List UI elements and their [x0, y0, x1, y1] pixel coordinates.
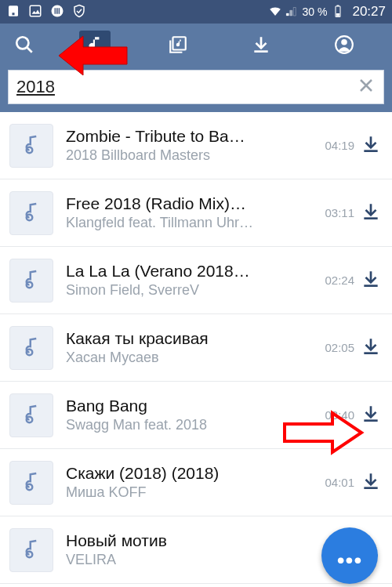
- track-row[interactable]: La La La (Verano 2018… Simon Field, Sver…: [0, 247, 392, 314]
- track-row[interactable]: Какая ты красивая Хасан Мусаев 02:05: [0, 314, 392, 382]
- search-tab[interactable]: [6, 24, 53, 69]
- svg-point-18: [341, 39, 347, 45]
- track-row[interactable]: Bang Bang Swagg Man feat. 2018 03:40: [0, 382, 392, 449]
- tab-library[interactable]: [136, 24, 220, 69]
- music-note-icon: [20, 132, 43, 159]
- download-button[interactable]: [354, 269, 387, 292]
- track-info: Какая ты красивая Хасан Мусаев: [53, 328, 318, 368]
- image-icon: [28, 4, 42, 20]
- track-artist: Миша KOFF: [66, 484, 310, 502]
- library-music-icon: [168, 34, 188, 58]
- download-icon: [361, 336, 381, 360]
- download-icon: [361, 201, 381, 225]
- track-title: Bang Bang: [66, 395, 310, 416]
- svg-point-12: [16, 37, 28, 49]
- search-icon: [14, 34, 34, 58]
- music-note-icon: [20, 267, 43, 294]
- track-artist: Simon Field, SverreV: [66, 281, 310, 299]
- track-thumb: [9, 528, 53, 572]
- track-info: Скажи (2018) (2018) Миша KOFF: [53, 462, 318, 502]
- search-box[interactable]: [8, 70, 384, 104]
- toolbar: [0, 24, 392, 69]
- download-button[interactable]: [354, 336, 387, 360]
- track-title: Скажи (2018) (2018): [66, 462, 310, 484]
- track-thumb: [9, 259, 53, 303]
- track-artist: VELIRA: [66, 551, 310, 569]
- profile-icon: [334, 34, 354, 58]
- download-button[interactable]: [354, 404, 387, 427]
- music-note-icon: [20, 200, 43, 226]
- track-title: Zombie - Tribute to Ba…: [66, 125, 310, 147]
- download-icon: [361, 269, 381, 292]
- download-button[interactable]: [354, 471, 387, 495]
- track-info: La La La (Verano 2018… Simon Field, Sver…: [53, 260, 318, 300]
- music-note-icon: [20, 469, 43, 496]
- track-duration: 04:19: [318, 139, 354, 152]
- notification-icon: [6, 4, 20, 20]
- signal-icon: [285, 4, 299, 20]
- download-button[interactable]: [354, 134, 387, 158]
- track-info: Новый мотив VELIRA: [53, 530, 318, 570]
- track-artist: 2018 Billboard Masters: [66, 147, 310, 165]
- svg-point-4: [52, 5, 64, 16]
- svg-rect-11: [336, 13, 340, 16]
- tab-downloads[interactable]: [220, 24, 303, 69]
- search-row: [0, 69, 392, 112]
- track-thumb: [9, 191, 53, 235]
- track-info: Zombie - Tribute to Ba… 2018 Billboard M…: [53, 125, 318, 165]
- track-duration: 02:24: [318, 274, 354, 287]
- track-row[interactable]: Free 2018 (Radio Mix)… Klangfeld feat. T…: [0, 179, 392, 247]
- track-info: Bang Bang Swagg Man feat. 2018: [53, 395, 318, 435]
- track-duration: 04:01: [318, 476, 354, 489]
- tab-music[interactable]: [53, 24, 136, 69]
- fab-more[interactable]: •••: [321, 527, 378, 584]
- download-button[interactable]: [354, 201, 387, 225]
- track-duration: 03:11: [318, 206, 354, 219]
- track-title: La La La (Verano 2018…: [66, 260, 310, 281]
- shield-icon: [72, 4, 86, 20]
- track-artist: Swagg Man feat. 2018: [66, 416, 310, 434]
- music-note-icon: [20, 537, 43, 563]
- track-thumb: [9, 124, 53, 168]
- clock: 20:27: [352, 4, 386, 20]
- track-row[interactable]: Скажи (2018) (2018) Миша KOFF 04:01: [0, 449, 392, 516]
- track-artist: Хасан Мусаев: [66, 349, 310, 367]
- download-icon: [361, 134, 381, 158]
- music-note-icon: [85, 34, 105, 58]
- download-icon: [361, 471, 381, 495]
- close-icon: [357, 84, 376, 97]
- track-duration: 03:40: [318, 408, 354, 422]
- svg-marker-3: [32, 9, 41, 13]
- track-title: Free 2018 (Radio Mix)…: [66, 193, 310, 214]
- track-thumb: [9, 326, 53, 370]
- track-thumb: [9, 393, 53, 437]
- search-input[interactable]: [16, 77, 357, 97]
- track-duration: 02:05: [318, 341, 354, 354]
- barcode-icon: [50, 4, 64, 20]
- track-title: Новый мотив: [66, 530, 310, 551]
- track-thumb: [9, 461, 53, 505]
- download-icon: [361, 404, 381, 427]
- track-row[interactable]: Zombie - Tribute to Ba… 2018 Billboard M…: [0, 112, 392, 179]
- track-title: Какая ты красивая: [66, 328, 310, 349]
- svg-rect-2: [30, 5, 41, 16]
- track-artist: Klangfeld feat. Tillmann Uhr…: [66, 214, 310, 232]
- download-icon: [251, 34, 271, 58]
- music-note-icon: [20, 402, 43, 429]
- battery-icon: [331, 4, 345, 20]
- clear-button[interactable]: [357, 76, 376, 98]
- svg-line-13: [27, 47, 32, 53]
- wifi-icon: [268, 4, 282, 20]
- music-note-icon: [20, 335, 43, 361]
- track-list: Zombie - Tribute to Ba… 2018 Billboard M…: [0, 112, 392, 584]
- tab-profile[interactable]: [303, 24, 386, 69]
- svg-rect-10: [337, 5, 339, 6]
- track-info: Free 2018 (Radio Mix)… Klangfeld feat. T…: [53, 193, 318, 233]
- status-bar: 30 % 20:27: [0, 0, 392, 24]
- svg-rect-1: [13, 13, 15, 15]
- battery-percentage: 30 %: [303, 5, 328, 18]
